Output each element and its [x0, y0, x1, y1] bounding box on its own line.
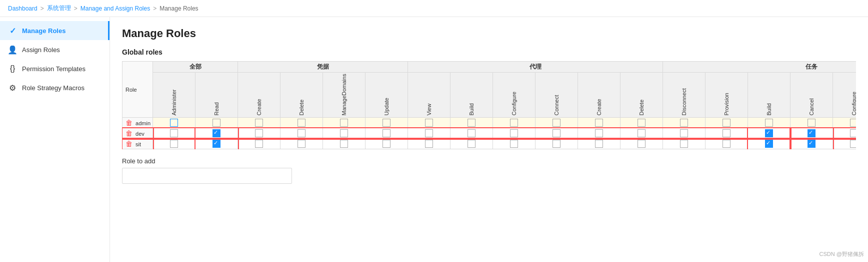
col-connect: Connect: [536, 73, 578, 118]
sidebar-label-role-strategy-macros: Role Strategy Macros: [22, 84, 84, 92]
col-administer: Administer: [153, 73, 196, 118]
roles-table-wrapper: Role 全部 凭据 代理 任务 运行 视图 SCM Metrics Job I…: [122, 61, 856, 149]
person-icon: 👤: [8, 45, 17, 54]
sidebar-item-role-strategy-macros[interactable]: ⚙ Role Strategy Macros: [0, 78, 110, 97]
breadcrumb-manage-assign[interactable]: Manage and Assign Roles: [80, 5, 150, 12]
sidebar-item-manage-roles[interactable]: ✓ Manage Roles: [0, 21, 110, 40]
breadcrumb-sep1: >: [40, 5, 44, 12]
braces-icon: {}: [8, 64, 17, 73]
table-row-admin: 🗑 admin: [122, 118, 856, 128]
breadcrumb-system[interactable]: 系统管理: [47, 4, 71, 13]
col-header-row: Administer Read Create Delete ManageDoma…: [122, 73, 856, 118]
main-layout: ✓ Manage Roles 👤 Assign Roles {} Permiss…: [0, 17, 868, 262]
section-title: Global roles: [122, 48, 856, 56]
sidebar-item-assign-roles[interactable]: 👤 Assign Roles: [0, 40, 110, 59]
role-to-add-input[interactable]: [122, 168, 292, 184]
role-to-add-label: Role to add: [122, 157, 856, 165]
watermark: CSDN @野猪佩拆: [820, 250, 864, 258]
sidebar-label-permission-templates: Permission Templates: [22, 65, 86, 73]
sit-delete-icon[interactable]: 🗑: [126, 140, 132, 148]
admin-cb-administer[interactable]: [153, 118, 196, 128]
roles-table: Role 全部 凭据 代理 任务 运行 视图 SCM Metrics Job I…: [122, 61, 856, 149]
sidebar-label-assign-roles: Assign Roles: [22, 46, 60, 54]
col-create1: Create: [238, 73, 280, 118]
col-view1: View: [408, 73, 450, 118]
col-managedomains: ManageDomains: [323, 73, 366, 118]
sit-role-cell: 🗑 sit: [122, 139, 153, 149]
col-configure1: Configure: [493, 73, 536, 118]
col-update1: Update: [366, 73, 408, 118]
col-build2: Build: [748, 73, 790, 118]
breadcrumb-sep2: >: [74, 5, 78, 12]
table-row-sit: 🗑 sit: [122, 139, 856, 149]
sidebar: ✓ Manage Roles 👤 Assign Roles {} Permiss…: [0, 17, 110, 262]
page-title: Manage Roles: [122, 27, 856, 40]
table-row-dev: 🗑 dev: [122, 128, 856, 139]
col-create2: Create: [578, 73, 620, 118]
col-build1: Build: [450, 73, 493, 118]
dev-delete-icon[interactable]: 🗑: [126, 129, 132, 137]
role-to-add-section: Role to add: [122, 157, 856, 184]
sidebar-item-permission-templates[interactable]: {} Permission Templates: [0, 59, 110, 78]
group-quanbu: 全部: [153, 62, 238, 73]
group-daili: 代理: [408, 62, 663, 73]
gear-icon: ⚙: [8, 83, 17, 92]
role-col-header: Role: [122, 62, 153, 118]
group-header-row: Role 全部 凭据 代理 任务 运行 视图 SCM Metrics Job I…: [122, 62, 856, 73]
group-pingju: 凭据: [238, 62, 408, 73]
fingerprint-icon: ✓: [8, 26, 17, 35]
col-cancel: Cancel: [790, 73, 833, 118]
content: Manage Roles Global roles Role 全部 凭据 代理 …: [110, 17, 868, 262]
group-renwu: 任务: [663, 62, 856, 73]
col-disconnect: Disconnect: [663, 73, 706, 118]
dev-role-cell: 🗑 dev: [122, 128, 153, 139]
breadcrumb-sep3: >: [153, 5, 156, 12]
admin-role-cell: 🗑 admin: [122, 118, 153, 128]
col-configure2: Configure: [833, 73, 856, 118]
app-container: Dashboard > 系统管理 > Manage and Assign Rol…: [0, 0, 868, 262]
col-delete1: Delete: [280, 73, 323, 118]
col-read: Read: [196, 73, 238, 118]
breadcrumb: Dashboard > 系统管理 > Manage and Assign Rol…: [0, 0, 868, 17]
col-delete2: Delete: [620, 73, 663, 118]
breadcrumb-dashboard[interactable]: Dashboard: [8, 5, 38, 12]
col-provision: Provision: [706, 73, 748, 118]
sidebar-label-manage-roles: Manage Roles: [22, 27, 66, 35]
admin-delete-icon[interactable]: 🗑: [126, 119, 132, 127]
breadcrumb-current: Manage Roles: [160, 5, 198, 12]
